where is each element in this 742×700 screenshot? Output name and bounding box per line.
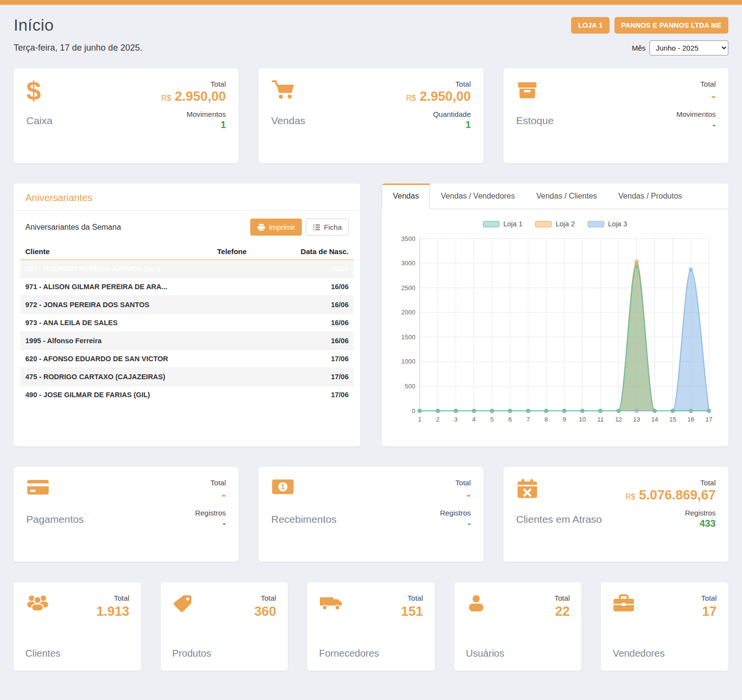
produtos-card: Produtos Total 360	[161, 582, 288, 671]
count-value: -	[676, 119, 716, 130]
card-label: Vendedores	[612, 648, 665, 659]
legend-swatch	[535, 221, 552, 227]
total-label: Total	[96, 594, 130, 602]
clients-icon	[25, 594, 60, 612]
aniversariantes-title: Aniversariantes	[14, 184, 360, 211]
total-label: Total	[555, 594, 570, 602]
svg-text:15: 15	[669, 416, 676, 423]
card-label: Recebimentos	[271, 514, 336, 525]
tab-vendas[interactable]: Vendas	[382, 184, 430, 209]
tab-vendas-vendedores[interactable]: Vendas / Vendedores	[430, 184, 525, 209]
month-filter: Mês Junho - 2025	[632, 40, 728, 55]
total-value: R$ 5.076.869,67	[625, 488, 716, 503]
company-badge[interactable]: PANNOS E PANNOS LTDA ME	[614, 17, 728, 34]
card-label: Clientes em Atraso	[516, 514, 602, 525]
store-badge[interactable]: LOJA 1	[571, 17, 609, 34]
list-icon	[313, 224, 320, 231]
table-row[interactable]: 1995 - Alfonso Ferreira16/06	[20, 332, 353, 350]
recebimentos-card: 1 Recebimentos Total - Registros -	[259, 467, 483, 562]
fornecedores-card: Fornecedores Total 151	[307, 582, 435, 671]
table-row[interactable]: 490 - JOSE GILMAR DE FARIAS (GIL)17/06	[20, 386, 353, 404]
card-label: Usuários	[466, 648, 504, 659]
dollar-icon: $	[26, 80, 53, 108]
table-row[interactable]: 475 - RODRIGO CARTAXO (CAJAZEIRAS)17/06	[20, 368, 353, 386]
legend-swatch	[588, 221, 604, 227]
table-row[interactable]: 973 - ANA LEILA DE SALES16/06	[20, 313, 353, 332]
count-label: Registros	[625, 509, 716, 517]
total-label: Total	[161, 80, 226, 88]
money-icon: 1	[271, 479, 336, 507]
table-row[interactable]: 620 - AFONSO EDUARDO DE SAN VICTOR17/06	[20, 350, 353, 368]
page-title: Início	[14, 16, 54, 35]
svg-text:8: 8	[544, 416, 548, 423]
total-label: Total	[401, 594, 423, 602]
usuarios-card: Usuários Total 22	[454, 582, 582, 671]
svg-text:1: 1	[418, 416, 421, 423]
svg-text:11: 11	[597, 416, 604, 423]
count-label: Movimentos	[676, 110, 716, 118]
svg-text:16: 16	[687, 416, 694, 423]
tab-vendas-produtos[interactable]: Vendas / Produtos	[608, 184, 693, 209]
count-value: -	[195, 518, 226, 529]
total-value: 360	[254, 604, 276, 619]
svg-text:10: 10	[579, 416, 586, 423]
estoque-card: Estoque Total - Movimentos -	[503, 68, 728, 163]
svg-text:2500: 2500	[401, 284, 415, 292]
current-date: Terça-feira, 17 de junho de 2025.	[14, 43, 142, 53]
total-value: -	[195, 488, 226, 503]
chart-legend: Loja 1 Loja 2 Loja 3	[382, 209, 728, 230]
mid-stat-cards: Pagamentos Total - Registros - 1 Recebim…	[14, 467, 728, 562]
svg-text:7: 7	[526, 416, 530, 423]
header-badges: LOJA 1 PANNOS E PANNOS LTDA ME	[571, 17, 728, 34]
total-value: 1.913	[96, 604, 130, 619]
cart-icon	[271, 80, 305, 108]
count-value: 1	[406, 119, 471, 130]
imprimir-button[interactable]: Imprimir	[250, 219, 302, 236]
sales-chart: 0500100015002000250030003500123456789101…	[393, 232, 717, 428]
table-row[interactable]: 971 - ALISON GILMAR PEREIRA DE ARA...16/…	[20, 277, 353, 295]
clientes-em-atraso-card: Clientes em Atraso Total R$ 5.076.869,67…	[503, 467, 728, 562]
svg-text:6: 6	[508, 416, 512, 423]
total-label: Total	[701, 594, 717, 602]
count-value: -	[440, 518, 471, 529]
total-value: R$ 2.950,00	[161, 89, 226, 104]
pagamentos-card: Pagamentos Total - Registros -	[14, 467, 239, 562]
svg-text:0: 0	[412, 407, 415, 415]
total-label: Total	[195, 479, 226, 487]
count-value: 1	[161, 119, 226, 130]
table-row[interactable]: 867 - RODRIGO PEREIRA ARRUDA DA S...16/0…	[20, 259, 353, 277]
total-value: -	[676, 89, 716, 104]
printer-icon	[257, 223, 265, 231]
count-label: Movimentos	[161, 110, 226, 118]
card-label: Clientes	[25, 648, 60, 659]
top-stat-cards: $ Caixa Total R$ 2.950,00 Movimentos 1	[14, 68, 728, 163]
legend-loja-2[interactable]: Loja 2	[535, 220, 575, 228]
svg-text:3500: 3500	[401, 235, 415, 242]
svg-text:1500: 1500	[401, 333, 415, 341]
user-icon	[466, 594, 504, 613]
card-label: Fornecedores	[319, 648, 379, 659]
svg-text:2000: 2000	[401, 309, 415, 316]
tag-icon	[172, 594, 211, 614]
total-label: Total	[254, 594, 276, 602]
total-label: Total	[625, 479, 716, 487]
briefcase-icon	[612, 594, 665, 612]
card-label: Pagamentos	[26, 514, 84, 525]
total-value: 22	[555, 604, 570, 619]
legend-loja-1[interactable]: Loja 1	[483, 220, 523, 228]
ficha-button[interactable]: Ficha	[306, 219, 349, 236]
month-select[interactable]: Junho - 2025	[649, 40, 728, 55]
card-label: Vendas	[271, 115, 305, 127]
svg-text:12: 12	[615, 416, 622, 423]
card-label: Caixa	[26, 115, 53, 127]
total-value: 151	[401, 604, 423, 619]
legend-loja-3[interactable]: Loja 3	[588, 220, 628, 228]
total-label: Total	[440, 479, 471, 487]
clientes-card: Clientes Total 1.913	[14, 582, 141, 671]
total-label: Total	[676, 80, 716, 88]
subheader: Terça-feira, 17 de junho de 2025. Mês Ju…	[14, 40, 728, 55]
table-row[interactable]: 972 - JONAS PEREIRA DOS SANTOS16/06	[20, 295, 353, 313]
tab-vendas-clientes[interactable]: Vendas / Clientes	[526, 184, 608, 209]
count-label: Registros	[195, 509, 226, 517]
card-label: Estoque	[516, 115, 554, 127]
